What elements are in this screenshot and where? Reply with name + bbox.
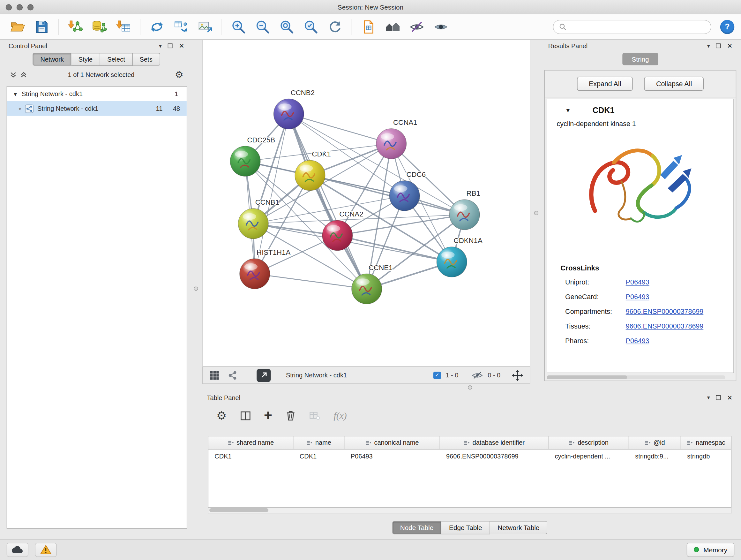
network-node-CCNE1[interactable] [352, 273, 382, 304]
tab-node-table[interactable]: Node Table [392, 521, 441, 534]
tree-row-network[interactable]: ● String Network - cdk1 11 48 [7, 101, 187, 116]
hide-selected-button[interactable] [406, 16, 428, 38]
horizontal-splitter-handle[interactable] [468, 385, 472, 389]
open-session-button[interactable] [7, 16, 28, 38]
cloud-button[interactable] [7, 543, 28, 557]
tree-expand-icon[interactable]: ▼ [13, 91, 18, 97]
apply-layout-button[interactable] [324, 16, 346, 38]
results-scrollbar[interactable] [547, 375, 725, 379]
zoom-in-button[interactable] [228, 16, 250, 38]
help-button[interactable]: ? [720, 19, 734, 34]
zoom-out-button[interactable] [252, 16, 273, 38]
vertical-splitter-handle[interactable] [534, 211, 538, 215]
tab-sets[interactable]: Sets [132, 53, 160, 66]
network-canvas[interactable]: CCNB2CCNA1CDC25BCDK1CDC6RB1CCNB1CCNA2CDK… [202, 40, 530, 366]
vertical-splitter-handle[interactable] [194, 287, 198, 291]
zoom-fit-button[interactable] [276, 16, 298, 38]
network-node-CCNA2[interactable] [322, 220, 353, 251]
table-cell[interactable]: P06493 [345, 449, 440, 463]
panel-close-icon[interactable]: ✕ [179, 42, 184, 50]
column-header-namespac[interactable]: namespac [681, 436, 731, 449]
table-row[interactable]: CDK1CDK1P064939606.ENSP00000378699cyclin… [208, 449, 731, 463]
network-node-CCNB2[interactable] [273, 99, 304, 129]
show-all-button[interactable] [430, 16, 452, 38]
tab-network-table[interactable]: Network Table [490, 521, 548, 534]
network-view-icon[interactable] [227, 370, 238, 381]
import-table-button[interactable] [112, 16, 134, 38]
table-cell[interactable]: 9606.ENSP00000378699 [440, 449, 549, 463]
network-node-HIST1H1A[interactable] [240, 259, 270, 289]
memory-button[interactable]: Memory [687, 543, 734, 557]
column-header-database-identifier[interactable]: database identifier [440, 436, 549, 449]
network-node-CDC6[interactable] [389, 181, 420, 211]
panel-float-icon[interactable] [716, 395, 721, 400]
table-hscrollbar[interactable] [208, 508, 732, 513]
tab-edge-table[interactable]: Edge Table [441, 521, 490, 534]
table-cell[interactable]: stringdb [681, 449, 731, 463]
pan-crosshair-icon[interactable] [512, 369, 523, 381]
panel-float-icon[interactable] [716, 44, 721, 48]
gear-icon[interactable]: ⚙ [175, 70, 184, 79]
window-minimize-button[interactable] [17, 4, 23, 10]
import-network-file-button[interactable] [64, 16, 86, 38]
table-cell[interactable]: CDK1 [208, 449, 293, 463]
table-cell[interactable]: stringdb:9... [629, 449, 681, 463]
panel-menu-icon[interactable]: ▾ [159, 43, 162, 49]
create-column-plus-icon[interactable]: + [264, 408, 272, 422]
birdseye-button[interactable] [382, 16, 404, 38]
table-cell[interactable]: cyclin-dependent ... [549, 449, 629, 463]
expand-all-button[interactable]: Expand All [577, 77, 633, 91]
panel-menu-icon[interactable]: ▾ [707, 43, 710, 49]
crosslink-link[interactable]: P06493 [626, 278, 650, 286]
table-cell[interactable]: CDK1 [293, 449, 345, 463]
collapse-all-icon[interactable] [10, 71, 17, 78]
title-bar[interactable]: Session: New Session [0, 0, 741, 14]
string-network-graph[interactable]: CCNB2CCNA1CDC25BCDK1CDC6RB1CCNB1CCNA2CDK… [203, 40, 530, 366]
tab-string[interactable]: String [622, 53, 658, 65]
network-node-CCNA1[interactable] [376, 129, 407, 159]
panel-close-icon[interactable]: ✕ [727, 42, 732, 50]
expand-all-icon[interactable] [20, 71, 27, 78]
table-settings-gear-icon[interactable]: ⚙ [216, 410, 226, 422]
tab-select[interactable]: Select [100, 53, 132, 66]
crosslink-link[interactable]: 9606.ENSP00000378699 [626, 322, 704, 330]
panel-float-icon[interactable] [168, 44, 173, 48]
network-collection-label: String Network - cdk1 [22, 90, 83, 98]
column-header-canonical-name[interactable]: canonical name [345, 436, 440, 449]
tab-style[interactable]: Style [71, 53, 100, 66]
collapse-all-button[interactable]: Collapse All [644, 77, 704, 91]
column-header-description[interactable]: description [549, 436, 629, 449]
crosslink-link[interactable]: 9606.ENSP00000378699 [626, 307, 704, 315]
zoom-selected-button[interactable] [300, 16, 322, 38]
network-node-CDKN1A[interactable] [436, 247, 467, 277]
network-node-CDK1[interactable] [295, 160, 325, 191]
save-session-button[interactable] [30, 16, 52, 38]
network-node-CDC25B[interactable] [230, 146, 260, 177]
annotations-button[interactable] [358, 16, 380, 38]
panel-menu-icon[interactable]: ▾ [707, 394, 710, 401]
warnings-button[interactable] [35, 543, 57, 557]
collapse-section-icon[interactable]: ▼ [565, 107, 571, 114]
export-image-button[interactable] [194, 16, 216, 38]
window-zoom-button[interactable] [27, 4, 33, 10]
column-header-shared-name[interactable]: shared name [208, 436, 293, 449]
window-close-button[interactable] [6, 4, 12, 10]
show-columns-icon[interactable] [240, 410, 251, 421]
column-header--id[interactable]: @id [629, 436, 681, 449]
grid-view-icon[interactable] [209, 370, 220, 381]
clone-network-button[interactable] [146, 16, 168, 38]
detach-view-button[interactable] [257, 368, 271, 381]
panel-close-icon[interactable]: ✕ [727, 394, 732, 401]
network-from-table-button[interactable] [170, 16, 192, 38]
import-network-database-button[interactable] [88, 16, 110, 38]
network-node-CCNB1[interactable] [238, 208, 268, 239]
crosslink-link[interactable]: P06493 [626, 293, 650, 300]
crosslink-link[interactable]: P06493 [626, 337, 650, 345]
search-input[interactable] [570, 23, 705, 30]
network-node-RB1[interactable] [449, 199, 480, 230]
column-header-name[interactable]: name [293, 436, 345, 449]
delete-column-trash-icon[interactable] [286, 410, 296, 422]
tab-network[interactable]: Network [33, 53, 71, 66]
tree-row-collection[interactable]: ▼ String Network - cdk1 1 [7, 86, 187, 101]
function-builder-button[interactable]: f(x) [334, 410, 347, 421]
